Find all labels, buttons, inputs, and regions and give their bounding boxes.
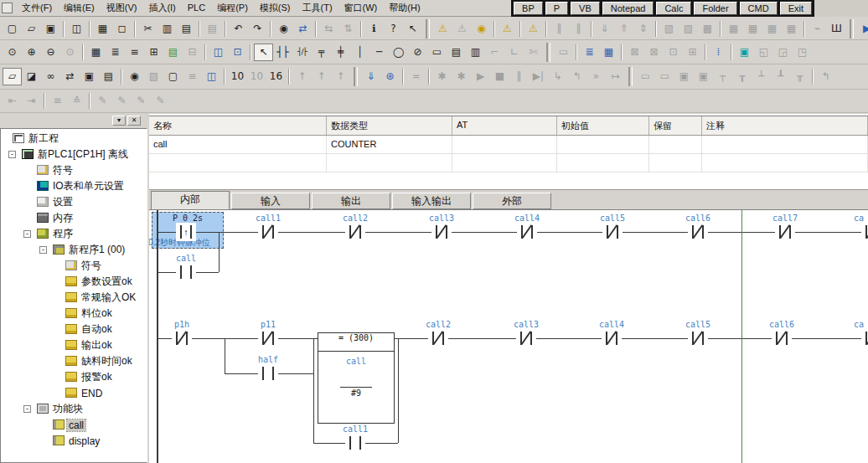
contact-nc-call1[interactable] xyxy=(258,223,278,241)
monitor-window-2-icon[interactable]: ▦ xyxy=(743,20,762,38)
outdent-rung-icon[interactable]: ⇥ xyxy=(22,92,41,110)
swap-window-icon[interactable]: ⇄ xyxy=(60,68,80,85)
tree-item-新PLC1[CP1H]-离线[interactable]: -新PLC1[CP1H] 离线 xyxy=(1,147,147,162)
io-monitor-1-icon[interactable]: ▭ xyxy=(636,68,655,85)
signed-decimal-display-icon[interactable]: 10 xyxy=(247,68,266,85)
edit-pen-4-icon[interactable]: ✎ xyxy=(151,92,170,110)
partial-transfer-1-icon[interactable]: ▧ xyxy=(659,20,679,38)
cell[interactable] xyxy=(149,154,327,172)
print-icon[interactable]: ▦ xyxy=(93,20,112,38)
find-in-project-icon[interactable]: ◫ xyxy=(67,20,86,38)
edit-comments-icon[interactable]: ≣ xyxy=(580,44,599,61)
compare-block[interactable]: = (300)call#9 xyxy=(318,332,395,424)
cell[interactable] xyxy=(649,154,702,172)
watch-3-icon[interactable]: ◳ xyxy=(793,44,812,61)
menu-w[interactable]: 窗口(W) xyxy=(338,1,384,14)
work-online-icon[interactable]: ⚠ xyxy=(524,20,543,38)
rung-comment-icon[interactable]: ≣ xyxy=(106,44,125,61)
menu-i[interactable]: 插入(I) xyxy=(142,1,181,14)
pause-icon[interactable]: ‖ xyxy=(569,20,588,38)
monitor-window-4-icon[interactable]: ▦ xyxy=(782,20,801,38)
contact-nc-call6[interactable] xyxy=(688,223,708,241)
force-off-icon[interactable]: ⊠ xyxy=(644,44,664,61)
select-tool-icon[interactable]: ↖ xyxy=(254,44,273,61)
pause-sim-1-icon[interactable]: ✱ xyxy=(432,68,452,85)
cell[interactable] xyxy=(702,154,868,172)
cell[interactable] xyxy=(649,136,702,153)
tree-view-icon[interactable]: ⊟ xyxy=(183,44,202,61)
tab-外部[interactable]: 外部 xyxy=(473,193,551,209)
step-run-icon[interactable]: ▶| xyxy=(529,68,548,85)
belt-3-icon[interactable]: ┴ xyxy=(752,68,771,85)
tree-item-自动ok[interactable]: 自动ok xyxy=(1,322,147,337)
launcher-button-exit[interactable]: Exit xyxy=(780,2,812,15)
open-file-icon[interactable]: ▱ xyxy=(22,20,41,38)
step-out-icon[interactable]: ↰ xyxy=(567,68,586,85)
online-compare-icon[interactable]: ≍ xyxy=(406,68,426,85)
contact-nc-call2[interactable] xyxy=(345,223,365,241)
dialog-view-icon[interactable]: ◫ xyxy=(202,68,221,85)
new-contact-icon[interactable]: ┤├ xyxy=(273,44,292,61)
pause-monitor-icon[interactable]: ‖ xyxy=(550,20,569,38)
menu-p[interactable]: 编程(P) xyxy=(211,1,254,14)
tab-输入输出[interactable]: 输入输出 xyxy=(392,193,471,209)
cell[interactable] xyxy=(452,136,557,153)
properties-icon[interactable]: ▤ xyxy=(99,68,118,85)
new-or-contact-icon[interactable]: ╤ xyxy=(312,44,331,61)
paste-icon[interactable]: ▤ xyxy=(177,20,196,38)
edit-pen-3-icon[interactable]: ✎ xyxy=(132,92,151,110)
data-trace-icon[interactable]: Ш xyxy=(827,20,846,38)
tree-item-内存[interactable]: 内存 xyxy=(1,210,147,226)
trim-tool-icon[interactable]: ✄ xyxy=(524,44,543,61)
upload-2-icon[interactable]: ↑ xyxy=(312,68,331,85)
tree-item-IO表和单元设置[interactable]: IO表和单元设置 xyxy=(1,178,147,194)
belt-5-icon[interactable]: ╥ xyxy=(790,68,809,85)
go-back-icon[interactable]: ↰ xyxy=(816,68,835,85)
tree-item-call[interactable]: call xyxy=(1,417,147,433)
tree-item-新程序1-(00)[interactable]: -新程序1 (00) xyxy=(1,242,147,258)
new-ladder-window-icon[interactable]: ▱ xyxy=(3,68,22,85)
new-coil-icon[interactable]: ◯ xyxy=(389,44,408,61)
zoom-to-fit-icon[interactable]: ⊙ xyxy=(3,44,22,61)
transfer-from-plc-icon[interactable]: ⇑ xyxy=(614,20,633,38)
print-preview-icon[interactable]: ◻ xyxy=(112,20,132,38)
tab-输出[interactable]: 输出 xyxy=(312,193,390,209)
tree-item-缺料时间ok[interactable]: 缺料时间ok xyxy=(1,353,147,369)
vertical-line-icon[interactable]: │ xyxy=(350,44,369,61)
cell[interactable]: COUNTER xyxy=(327,136,452,153)
download-settings-icon[interactable]: ⊛ xyxy=(380,68,400,85)
new-note-icon[interactable]: ▢ xyxy=(163,68,183,85)
find-icon[interactable]: ◉ xyxy=(274,20,293,38)
col-header-5[interactable]: 保留 xyxy=(649,116,702,135)
tree-item-符号[interactable]: 符号 xyxy=(1,162,147,178)
run-simulator-icon[interactable]: ▶ xyxy=(857,20,868,38)
about-icon[interactable]: ℹ xyxy=(364,20,384,38)
tree-expander-icon[interactable]: - xyxy=(23,405,31,413)
belt-4-icon[interactable]: ┸ xyxy=(771,68,790,85)
tab-内部[interactable]: 内部 xyxy=(151,191,230,209)
upload-1-icon[interactable]: ↑ xyxy=(292,68,312,85)
tree-expander-icon[interactable]: - xyxy=(39,246,47,254)
contact-nc-call5[interactable] xyxy=(688,329,708,347)
undo-icon[interactable]: ↶ xyxy=(229,20,248,38)
contact-nc-ca[interactable] xyxy=(861,223,868,241)
contact-no-call1[interactable] xyxy=(345,434,365,452)
new-closed-contact-icon[interactable]: ┤/├ xyxy=(292,44,312,61)
belt-1-icon[interactable]: ┬ xyxy=(713,68,732,85)
cut-icon[interactable]: ✂ xyxy=(138,20,158,38)
menu-v[interactable]: 视图(V) xyxy=(101,1,143,14)
help-icon[interactable]: ? xyxy=(384,20,403,38)
context-help-icon[interactable]: ↖ xyxy=(403,20,422,38)
corner-tool-icon[interactable]: ∟ xyxy=(504,44,524,61)
table-row[interactable] xyxy=(149,154,868,172)
contact-nc-ca[interactable] xyxy=(861,329,868,347)
watch-window-icon[interactable]: ▣ xyxy=(735,44,754,61)
download-to-plc-icon[interactable]: ⇓ xyxy=(361,68,380,85)
new-file-icon[interactable]: ▢ xyxy=(3,20,22,38)
decimal-display-icon[interactable]: 10 xyxy=(228,68,247,85)
compile-plc-programs-icon[interactable]: ⚠ xyxy=(452,20,472,38)
mdi-child-icon[interactable] xyxy=(2,3,13,13)
contact-up[interactable]: ↑ xyxy=(176,223,196,241)
compile-program-icon[interactable]: ⚠ xyxy=(433,20,452,38)
launcher-button-cmd[interactable]: CMD xyxy=(740,2,778,15)
